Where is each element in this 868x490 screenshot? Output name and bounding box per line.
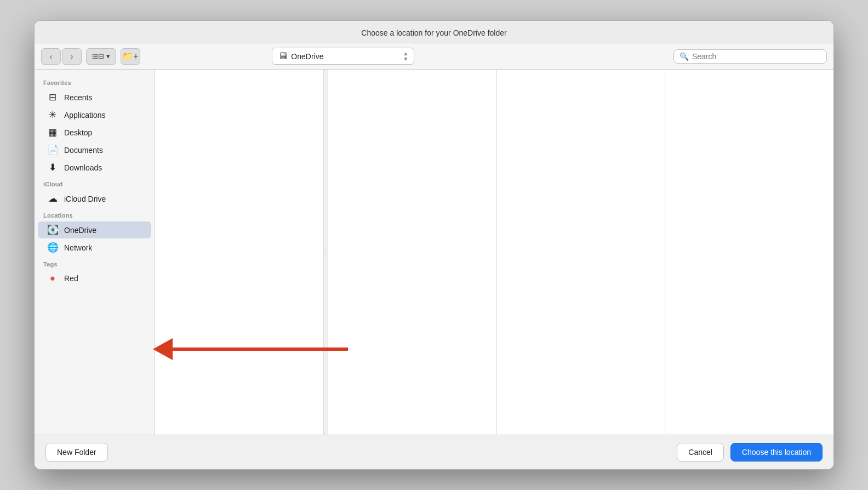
view-toggle-button[interactable]: ⊞⊟ ▾ [86,48,116,65]
new-folder-icon: 📁+ [122,51,138,61]
browser-column-3[interactable] [497,70,666,435]
sidebar-item-recents[interactable]: ⊟ Recents [38,89,151,106]
documents-label: Documents [64,146,103,155]
finder-dialog: Choose a location for your OneDrive fold… [34,20,834,470]
cancel-button[interactable]: Cancel [677,443,724,461]
favorites-header: Favorites [35,75,155,88]
sidebar-item-downloads[interactable]: ⬇ Downloads [38,159,151,176]
search-box[interactable]: 🔍 [673,49,827,64]
content-wrapper: Favorites ⊟ Recents ✳ Applications ▦ Des… [35,70,833,435]
sidebar-item-documents[interactable]: 📄 Documents [38,141,151,158]
icloud-header: iCloud [35,176,155,190]
icloud-drive-icon: ☁ [47,193,59,204]
new-folder-button[interactable]: New Folder [45,443,108,461]
recents-label: Recents [64,93,92,102]
sidebar-item-icloud-drive[interactable]: ☁ iCloud Drive [38,190,151,207]
sidebar-item-tag-red[interactable]: ● Red [38,270,151,287]
onedrive-icon: 💽 [47,224,59,236]
location-disk-icon: 🖥 [278,50,288,62]
nav-buttons: ‹ › [41,48,82,65]
sidebar-item-network[interactable]: 🌐 Network [38,239,151,256]
location-chevron-icon: ▲▼ [403,51,408,62]
file-browser: ·· [155,70,833,435]
location-name: OneDrive [291,52,399,61]
tag-red-label: Red [64,274,78,283]
sidebar-item-desktop[interactable]: ▦ Desktop [38,124,151,141]
locations-header: Locations [35,208,155,221]
downloads-label: Downloads [64,163,102,172]
network-icon: 🌐 [47,242,59,253]
search-input[interactable] [692,52,821,61]
view-chevron: ▾ [106,52,110,60]
toolbar: ‹ › ⊞⊟ ▾ 📁+ 🖥 OneDrive ▲▼ 🔍 [35,43,833,70]
sidebar-item-applications[interactable]: ✳ Applications [38,106,151,123]
documents-icon: 📄 [47,144,59,156]
search-icon: 🔍 [679,52,689,61]
bottom-bar: New Folder Cancel Choose this location [35,435,833,469]
tags-header: Tags [35,257,155,270]
title-text: Choose a location for your OneDrive fold… [361,29,506,37]
choose-location-button[interactable]: Choose this location [730,443,823,461]
browser-column-2[interactable] [328,70,497,435]
desktop-icon: ▦ [47,127,59,138]
new-folder-toolbar-button[interactable]: 📁+ [121,48,140,65]
tag-red-icon: ● [47,273,59,284]
browser-column-4[interactable] [665,70,833,435]
location-selector[interactable]: 🖥 OneDrive ▲▼ [272,48,414,65]
sidebar: Favorites ⊟ Recents ✳ Applications ▦ Des… [35,70,155,435]
network-label: Network [64,243,92,252]
browser-column-1[interactable] [155,70,324,435]
desktop-label: Desktop [64,128,92,137]
recents-icon: ⊟ [47,92,59,103]
back-button[interactable]: ‹ [41,48,61,65]
dialog-title: Choose a location for your OneDrive fold… [35,21,833,43]
sidebar-item-onedrive[interactable]: 💽 OneDrive [38,221,151,238]
forward-button[interactable]: › [62,48,82,65]
action-buttons: Cancel Choose this location [677,443,823,461]
icloud-drive-label: iCloud Drive [64,195,106,203]
column-divider-1: ·· [324,70,328,435]
onedrive-label: OneDrive [64,226,96,235]
view-icon: ⊞⊟ [92,52,104,60]
downloads-icon: ⬇ [47,162,59,173]
content-area: Favorites ⊟ Recents ✳ Applications ▦ Des… [35,70,833,435]
applications-label: Applications [64,111,106,119]
applications-icon: ✳ [47,109,59,121]
